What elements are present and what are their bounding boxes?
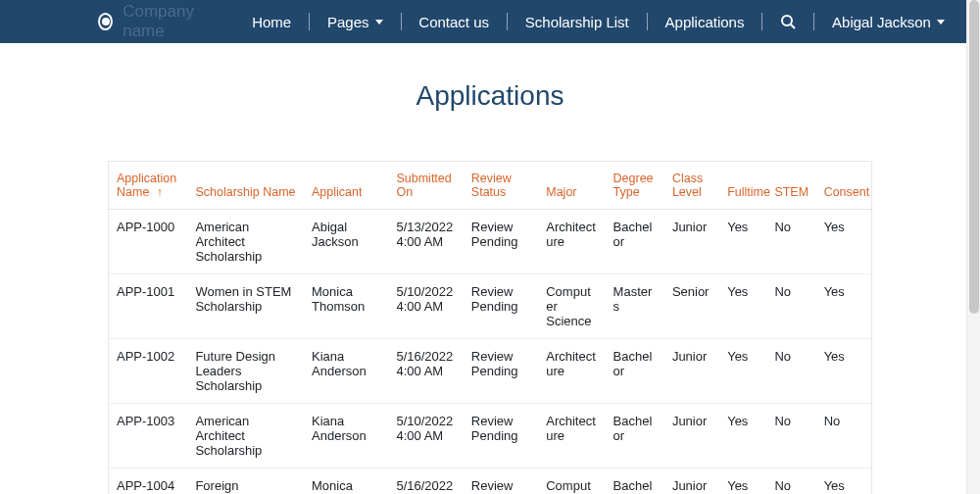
cell-class-level: Senior [664,274,719,339]
col-header-stem[interactable]: STEM [766,162,815,210]
navbar: Company name Home Pages Contact us Schol… [0,0,980,43]
cell-submitted-on: 5/10/2022 4:00 AM [388,404,463,469]
cell-consent: No [816,404,871,469]
nav-pages[interactable]: Pages [312,14,399,30]
nav-contact-label: Contact us [418,14,489,30]
nav-scholarship-list[interactable]: Scholarship List [510,14,645,30]
cell-application-name: APP-1000 [109,210,187,274]
page-title: Applications [0,80,980,112]
cell-degree-type: Bachelor [606,469,664,495]
cell-consent: Yes [816,210,871,274]
cell-application-name: APP-1002 [109,339,187,404]
chevron-down-icon [937,20,945,25]
col-header-label: Review Status [471,172,512,199]
table-row[interactable]: APP-1003American Architect ScholarshipKi… [109,404,871,469]
cell-review-status: Review Pending [464,339,538,404]
scrollbar-thumb[interactable] [969,0,979,314]
table-row[interactable]: APP-1004Foreign Language ScholarshipMoni… [109,469,871,495]
col-header-class-level[interactable]: Class Level [664,162,719,210]
cell-applicant: Abigal Jackson [304,210,388,274]
nav-user-menu[interactable]: Abigal Jackson [816,14,960,30]
cell-degree-type: Bachelor [606,210,664,274]
col-header-submitted-on[interactable]: Submitted On [388,162,463,210]
cell-stem: No [766,210,815,274]
col-header-fulltime[interactable]: Fulltime [719,162,766,210]
table-row[interactable]: APP-1002Future Design Leaders Scholarshi… [109,339,871,404]
col-header-degree-type[interactable]: Degree Type [606,162,664,210]
applications-table: Application Name ↑ Scholarship Name Appl… [109,162,871,494]
cell-stem: No [766,339,815,404]
cell-scholarship-name: American Architect Scholarship [187,210,304,274]
cell-class-level: Junior [664,404,719,469]
col-header-label: Fulltime [727,185,770,199]
cell-submitted-on: 5/13/2022 4:00 AM [388,210,463,274]
nav-scholarship-list-label: Scholarship List [525,14,629,30]
cell-consent: Yes [816,469,871,495]
cell-consent: Yes [816,274,871,339]
col-header-label: STEM [774,185,808,199]
col-header-scholarship-name[interactable]: Scholarship Name [187,162,304,210]
brand-logo-icon [98,13,113,30]
cell-scholarship-name: American Architect Scholarship [187,404,304,469]
col-header-label: Consent [824,185,870,199]
brand[interactable]: Company name [98,2,217,41]
nav-divider [309,13,310,30]
cell-submitted-on: 5/16/2022 4:00 AM [388,469,463,495]
cell-class-level: Junior [664,469,719,495]
cell-fulltime: Yes [719,404,766,469]
nav-home[interactable]: Home [236,14,307,30]
col-header-applicant[interactable]: Applicant [304,162,388,210]
nav-applications-label: Applications [665,14,745,30]
table-row[interactable]: APP-1000American Architect ScholarshipAb… [109,210,871,274]
cell-scholarship-name: Women in STEM Scholarship [187,274,304,339]
cell-stem: No [766,469,815,495]
nav-home-label: Home [252,14,291,30]
cell-review-status: Review Pending [464,210,538,274]
svg-line-1 [791,25,795,28]
col-header-label: Class Level [672,172,703,199]
search-button[interactable] [764,14,811,29]
cell-class-level: Junior [664,210,719,274]
cell-review-status: Review Pending [464,404,538,469]
col-header-label: Applicant [312,185,362,199]
nav-user-label: Abigal Jackson [832,14,931,30]
cell-applicant: Kiana Anderson [304,339,388,404]
nav-applications[interactable]: Applications [650,14,760,30]
col-header-label: Degree Type [613,172,654,199]
col-header-label: Scholarship Name [195,185,295,199]
cell-applicant: Kiana Anderson [304,404,388,469]
nav-divider [647,13,648,30]
cell-consent: Yes [816,339,871,404]
cell-submitted-on: 5/16/2022 4:00 AM [388,339,463,404]
cell-degree-type: Bachelor [606,404,664,469]
cell-application-name: APP-1003 [109,404,187,469]
cell-application-name: APP-1004 [109,469,187,495]
svg-point-0 [782,16,792,25]
cell-stem: No [766,404,815,469]
scrollbar-track[interactable] [966,0,980,494]
cell-fulltime: Yes [719,274,766,339]
col-header-application-name[interactable]: Application Name ↑ [109,162,187,210]
nav-contact[interactable]: Contact us [403,14,505,30]
brand-name: Company name [122,2,217,41]
cell-application-name: APP-1001 [109,274,187,339]
cell-fulltime: Yes [719,469,766,495]
cell-scholarship-name: Foreign Language Scholarship [187,469,304,495]
nav-divider [761,13,762,30]
cell-degree-type: Masters [606,274,664,339]
cell-major: Computer Science [538,469,605,495]
cell-submitted-on: 5/10/2022 4:00 AM [388,274,463,339]
cell-major: Architecture [538,210,605,274]
cell-degree-type: Bachelor [606,339,664,404]
cell-applicant: Monica Thomson [304,469,388,495]
cell-review-status: Review Pending [464,274,538,339]
table-row[interactable]: APP-1001Women in STEM ScholarshipMonica … [109,274,871,339]
col-header-review-status[interactable]: Review Status [464,162,538,210]
sort-asc-icon: ↑ [157,185,163,199]
cell-fulltime: Yes [719,339,766,404]
cell-major: Architecture [538,404,605,469]
col-header-consent[interactable]: Consent [816,162,871,210]
cell-stem: No [766,274,815,339]
nav-divider [507,13,508,30]
col-header-major[interactable]: Major [538,162,605,210]
